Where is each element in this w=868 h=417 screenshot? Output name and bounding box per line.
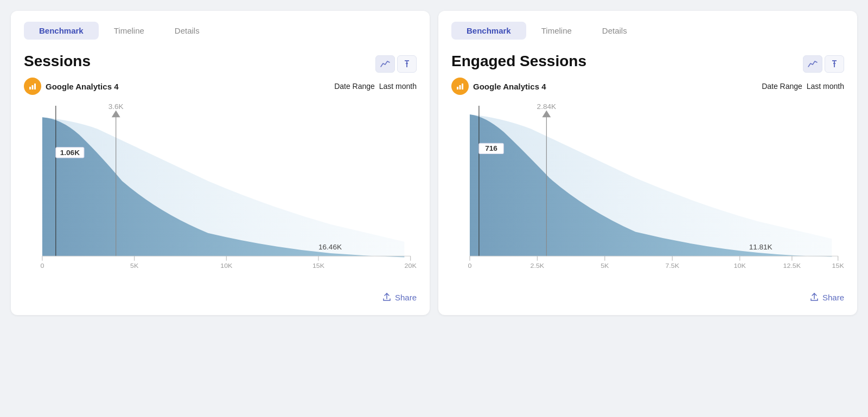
- sessions-tabs: Benchmark Timeline Details: [24, 22, 417, 40]
- benchmark-value-label-1: 3.6K: [108, 103, 124, 111]
- sessions-info-row: Google Analytics 4 Date Range Last month: [24, 78, 417, 95]
- sessions-metric-title: Sessions: [24, 53, 91, 70]
- chart-bar-btn-2[interactable]: [825, 55, 844, 73]
- tab-timeline-1[interactable]: Timeline: [99, 22, 159, 40]
- x-label-0-1: 0: [40, 262, 44, 270]
- engaged-metric-title: Engaged Sessions: [451, 53, 586, 70]
- engaged-share-row: Share: [451, 292, 844, 302]
- tab-benchmark-1[interactable]: Benchmark: [24, 22, 99, 40]
- svg-rect-5: [34, 84, 36, 89]
- x-label-20k-1: 20K: [405, 262, 417, 270]
- chart-line-btn-1[interactable]: [375, 55, 395, 73]
- x-label-5k-2: 5K: [601, 262, 609, 270]
- ga-icon-2: [451, 78, 469, 95]
- engaged-chart: 2.84K 716 11.81K 0 2.5K 5K 7.5K 10K 12.5…: [451, 106, 844, 279]
- chart-bar-btn-1[interactable]: [397, 55, 417, 73]
- engaged-sessions-card: Benchmark Timeline Details Engaged Sessi…: [438, 11, 857, 315]
- engaged-date-range: Date Range Last month: [760, 82, 844, 91]
- total-label-1: 16.46K: [318, 243, 342, 251]
- benchmark-value-label-2: 2.84K: [537, 103, 557, 111]
- sessions-date-range-value: Last month: [379, 82, 417, 91]
- bar-chart-icon: [402, 60, 412, 68]
- tab-details-2[interactable]: Details: [587, 22, 642, 40]
- benchmark-marker-1: [112, 111, 120, 118]
- svg-rect-10: [457, 87, 458, 89]
- share-icon-1: [382, 292, 392, 302]
- engaged-chart-controls: [803, 55, 844, 73]
- sessions-card: Benchmark Timeline Details Sessions: [11, 11, 430, 315]
- line-chart-icon: [380, 60, 390, 68]
- engaged-svg: 2.84K 716 11.81K 0 2.5K 5K 7.5K 10K 12.5…: [451, 106, 844, 279]
- svg-rect-4: [32, 85, 34, 89]
- x-label-10k-1: 10K: [220, 262, 232, 270]
- sessions-share-button[interactable]: Share: [382, 292, 417, 302]
- x-label-10k-2: 10K: [734, 262, 746, 270]
- engaged-share-label: Share: [822, 293, 844, 302]
- tab-benchmark-2[interactable]: Benchmark: [451, 22, 526, 40]
- sessions-title-row: Sessions: [24, 53, 417, 75]
- engaged-title-row: Engaged Sessions: [451, 53, 844, 75]
- tab-timeline-2[interactable]: Timeline: [526, 22, 587, 40]
- svg-rect-11: [459, 85, 461, 89]
- share-icon-2: [809, 292, 819, 302]
- x-label-2.5k-2: 2.5K: [531, 262, 545, 270]
- tab-details-1[interactable]: Details: [159, 22, 215, 40]
- ga-chart-icon-2: [456, 82, 464, 91]
- benchmark-marker-2: [542, 111, 551, 118]
- bar-chart-icon-2: [829, 60, 839, 68]
- ga-icon-1: [24, 78, 41, 95]
- sessions-share-row: Share: [24, 292, 417, 302]
- engaged-sessions-tabs: Benchmark Timeline Details: [451, 22, 844, 40]
- sessions-source: Google Analytics 4: [24, 78, 118, 95]
- engaged-info-row: Google Analytics 4 Date Range Last month: [451, 78, 844, 95]
- sessions-share-label: Share: [395, 293, 417, 302]
- sessions-chart-controls: [375, 55, 417, 73]
- ga-chart-icon: [28, 82, 37, 91]
- your-value-text-1: 1.06K: [60, 149, 80, 157]
- x-label-0-2: 0: [468, 262, 471, 270]
- x-label-15k-2: 15K: [832, 262, 844, 270]
- x-label-7.5k-2: 7.5K: [665, 262, 679, 270]
- your-value-text-2: 716: [485, 145, 497, 153]
- engaged-source: Google Analytics 4: [451, 78, 546, 95]
- sessions-date-range: Date Range Last month: [332, 82, 417, 91]
- x-label-15k-1: 15K: [312, 262, 324, 270]
- engaged-date-range-value: Last month: [807, 82, 844, 91]
- line-chart-icon-2: [808, 60, 818, 68]
- sessions-date-range-label: Date Range: [334, 82, 375, 91]
- chart-line-btn-2[interactable]: [803, 55, 822, 73]
- engaged-share-button[interactable]: Share: [809, 292, 844, 302]
- sessions-source-label: Google Analytics 4: [46, 82, 118, 91]
- x-label-5k-1: 5K: [130, 262, 138, 270]
- engaged-source-label: Google Analytics 4: [473, 82, 546, 91]
- svg-rect-3: [29, 87, 31, 89]
- total-label-2: 11.81K: [749, 243, 773, 251]
- sessions-svg: 3.6K 1.06K 16.46K 0 5K 10K 15K 20K: [24, 106, 417, 279]
- svg-rect-12: [462, 84, 463, 89]
- sessions-chart: 3.6K 1.06K 16.46K 0 5K 10K 15K 20K: [24, 106, 417, 279]
- engaged-date-range-label: Date Range: [762, 82, 802, 91]
- x-label-12.5k-2: 12.5K: [783, 262, 801, 270]
